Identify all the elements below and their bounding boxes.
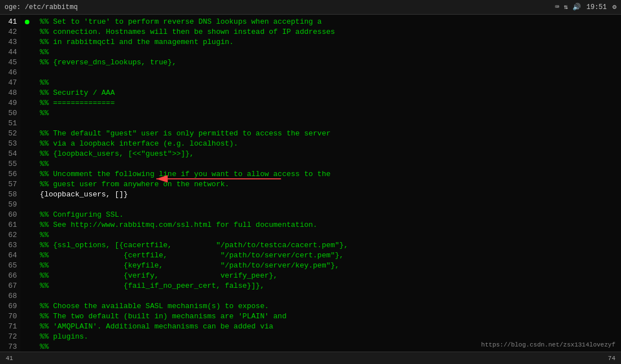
- code-line: %% The two default (built in) mechanisms…: [25, 312, 616, 322]
- keyboard-icon[interactable]: ⌨: [555, 3, 559, 11]
- code-line: %% Security / AAA: [25, 88, 616, 98]
- status-bar: 41 74: [0, 352, 621, 364]
- line-number: 53: [2, 139, 17, 149]
- code-line: %% {fail_if_no_peer_cert, false}]},: [25, 281, 616, 291]
- line-number: 52: [2, 129, 17, 139]
- line-number: 54: [2, 149, 17, 159]
- line-number: 69: [2, 301, 17, 312]
- volume-icon[interactable]: 🔊: [572, 3, 581, 11]
- title-bar-icons: ⌨ ⇅ 🔊: [555, 3, 580, 11]
- code-line: %% guest user from anywhere on the netwo…: [25, 179, 616, 190]
- code-line: [25, 291, 616, 301]
- code-line: %% via a loopback interface (e.g. localh…: [25, 139, 616, 149]
- code-line: %% {certfile, "/path/to/server/cert.pem"…: [25, 251, 616, 261]
- code-line: [25, 200, 616, 210]
- code-line: %%: [25, 108, 616, 119]
- line-number: 47: [2, 78, 17, 88]
- line-number: 45: [2, 58, 17, 68]
- code-line: %% {verify, verify_peer},: [25, 271, 616, 281]
- line-number: 71: [2, 322, 17, 332]
- code-line: %% plugins.: [25, 332, 616, 342]
- code-line: %% Choose the available SASL mechanism(s…: [25, 301, 616, 312]
- code-line: [25, 119, 616, 129]
- line-number: 66: [2, 271, 17, 281]
- line-number: 67: [2, 281, 17, 291]
- code-line: %% 'AMQPLAIN'. Additional mechanisms can…: [25, 322, 616, 332]
- line-number: 61: [2, 220, 17, 230]
- code-line: %% ==============: [25, 98, 616, 108]
- code-line: %% {reverse_dns_lookups, true},: [25, 58, 616, 68]
- line-number: 63: [2, 240, 17, 251]
- line-number: 70: [2, 312, 17, 322]
- code-line: %%: [25, 230, 616, 240]
- title-text: oge: /etc/rabbitmq: [5, 3, 78, 11]
- arrows-icon[interactable]: ⇅: [564, 3, 568, 11]
- code-line: %% The default "guest" user is only perm…: [25, 129, 616, 139]
- line-number: 58: [2, 190, 17, 200]
- line-number: 64: [2, 251, 17, 261]
- status-left: 41: [6, 355, 13, 362]
- editor-area: 4142434445464748495051525354555657585960…: [0, 15, 621, 352]
- line-number: 72: [2, 332, 17, 342]
- line-numbers: 4142434445464748495051525354555657585960…: [0, 15, 20, 352]
- code-line: %%: [25, 47, 616, 58]
- line-number: 65: [2, 261, 17, 271]
- line-number: 62: [2, 230, 17, 240]
- code-line: %% See http://www.rabbitmq.com/ssl.html …: [25, 220, 616, 230]
- code-line: [25, 68, 616, 78]
- code-line: %% in rabbitmqctl and the management plu…: [25, 37, 616, 47]
- code-line: %% Uncomment the following line if you w…: [25, 169, 616, 179]
- line-number: 49: [2, 98, 17, 108]
- line-number: 41: [2, 17, 17, 27]
- code-line: %%: [25, 159, 616, 169]
- line-number: 56: [2, 169, 17, 179]
- settings-icon[interactable]: ⚙: [613, 3, 616, 11]
- line-number: 60: [2, 210, 17, 220]
- code-line: %% {loopback_users, [<<"guest">>]},: [25, 149, 616, 159]
- title-bar-controls: ⌨ ⇅ 🔊 19:51 ⚙: [555, 3, 616, 11]
- code-line: %% connection. Hostnames will then be sh…: [25, 27, 616, 37]
- title-bar: oge: /etc/rabbitmq ⌨ ⇅ 🔊 19:51 ⚙: [0, 0, 621, 15]
- line-number: 57: [2, 179, 17, 190]
- line-number: 51: [2, 119, 17, 129]
- watermark: https://blog.csdn.net/zsx1314lovezyf: [481, 341, 615, 348]
- line-number: 68: [2, 291, 17, 301]
- active-dot: [25, 20, 29, 24]
- code-line: {loopback_users, []}: [25, 190, 616, 200]
- line-number: 50: [2, 108, 17, 119]
- code-line: %%: [25, 78, 616, 88]
- code-area[interactable]: %% Set to 'true' to perform reverse DNS …: [20, 15, 621, 352]
- code-line: %% {ssl_options, [{cacertfile, "/path/to…: [25, 240, 616, 251]
- status-right: 74: [608, 355, 615, 362]
- line-number: 44: [2, 47, 17, 58]
- line-number: 73: [2, 342, 17, 352]
- line-number: 59: [2, 200, 17, 210]
- code-line: %% Configuring SSL.: [25, 210, 616, 220]
- code-line: %% {keyfile, "/path/to/server/key.pem"},: [25, 261, 616, 271]
- code-line: %% Set to 'true' to perform reverse DNS …: [25, 17, 616, 27]
- clock: 19:51: [587, 3, 607, 11]
- line-number: 55: [2, 159, 17, 169]
- line-number: 43: [2, 37, 17, 47]
- line-number: 48: [2, 88, 17, 98]
- line-number: 46: [2, 68, 17, 78]
- line-number: 42: [2, 27, 17, 37]
